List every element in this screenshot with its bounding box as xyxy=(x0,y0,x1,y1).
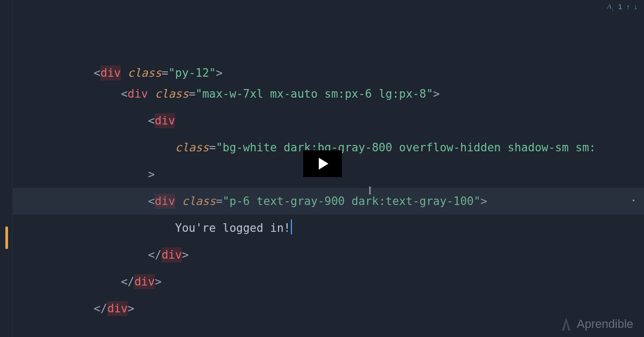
aprendible-logo-icon xyxy=(560,317,573,332)
i-beam-cursor-icon: I xyxy=(368,185,372,197)
line-end-marker xyxy=(633,200,634,201)
watermark: Aprendible xyxy=(560,317,633,332)
play-icon xyxy=(319,158,328,170)
code-line[interactable]: <div class="max-w-7xl mx-auto sm:px-6 lg… xyxy=(13,54,644,80)
code-line[interactable]: <div class="py-12"> xyxy=(13,15,644,54)
change-marker xyxy=(5,226,8,249)
code-line[interactable]: <div xyxy=(13,80,644,107)
code-line-active[interactable]: You're logged in! xyxy=(13,188,644,215)
code-line[interactable]: </div> xyxy=(13,241,644,268)
watermark-text: Aprendible xyxy=(577,317,633,331)
code-line[interactable]: </div> xyxy=(13,215,644,241)
editor-gutter xyxy=(0,0,13,337)
play-button[interactable] xyxy=(303,150,342,177)
code-line[interactable]: class="bg-white dark:bg-gray-800 overflo… xyxy=(13,107,644,134)
code-line[interactable]: </div> xyxy=(13,268,644,295)
